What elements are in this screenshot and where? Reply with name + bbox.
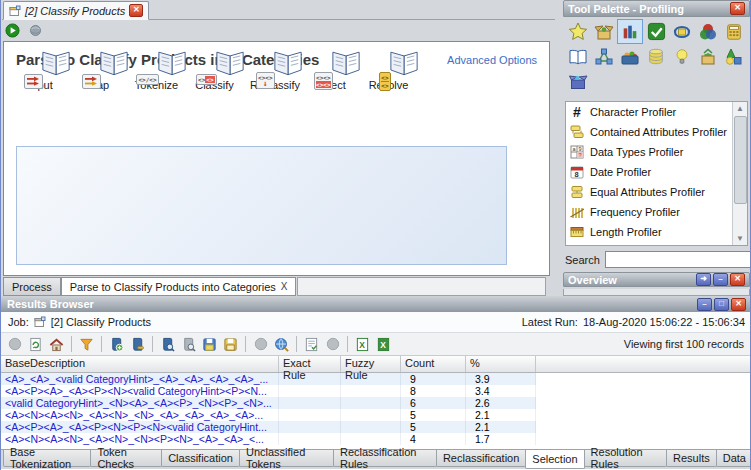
tab-process[interactable]: Process xyxy=(3,277,61,296)
list-item-equal-attributes-profiler[interactable]: Equal Attributes Profiler xyxy=(566,182,747,202)
network-icon[interactable] xyxy=(591,44,617,69)
checkbox-icon[interactable] xyxy=(643,19,669,44)
viewing-note: Viewing first 100 records xyxy=(624,338,748,350)
column-header-exact-rule[interactable]: Exact Rule xyxy=(279,356,341,372)
list-item-length-profiler[interactable]: Length Profiler xyxy=(566,222,747,242)
run-button[interactable] xyxy=(5,23,20,38)
list-item-partial[interactable] xyxy=(566,242,747,246)
scroll-down-icon[interactable]: ▼ xyxy=(733,232,747,245)
close-icon[interactable]: ✕ xyxy=(731,298,746,311)
tool-palette-grid xyxy=(565,17,748,94)
tab-reclassification-rules[interactable]: Reclassification Rules xyxy=(333,450,437,467)
disabled-circle-icon[interactable] xyxy=(251,335,270,354)
empty-tab-strip xyxy=(297,277,546,296)
step-select[interactable]: <><><><> Select xyxy=(308,76,353,91)
open-book-icon[interactable] xyxy=(565,44,591,69)
table-row[interactable]: <A><N><A><N>_<A><N>_<N><P><N>_<A>_<A>_<.… xyxy=(1,433,536,445)
overview-titlebar: Overview ➜ – ✕ xyxy=(563,272,750,287)
close-icon[interactable]: ✕ xyxy=(730,2,745,15)
step-tokenize[interactable]: <>/<> Tokenize xyxy=(134,76,179,91)
search-document-gray-icon[interactable] xyxy=(179,335,198,354)
tab-base-tokenization[interactable]: Base Tokenization xyxy=(3,450,91,467)
list-item-data-types-profiler[interactable]: a9? Data Types Profiler xyxy=(566,142,747,162)
calendar-icon: 8 xyxy=(570,165,584,179)
calculator-icon[interactable] xyxy=(721,19,747,44)
job-window-icon xyxy=(9,5,21,17)
close-icon[interactable]: ✕ xyxy=(730,273,745,286)
open-box-icon[interactable] xyxy=(591,19,617,44)
scroll-up-icon[interactable]: ▲ xyxy=(733,102,747,115)
advanced-options-link[interactable]: Advanced Options xyxy=(447,54,537,66)
column-header-count[interactable]: Count xyxy=(401,356,466,372)
search-result-icon[interactable] xyxy=(158,335,177,354)
maximize-icon[interactable]: □ xyxy=(714,298,729,311)
tab-label: [2] Classify Products xyxy=(25,5,125,17)
table-row[interactable]: <A><P><A>_<A><P><N><P><N><valid Category… xyxy=(1,421,536,433)
equal-boxes-icon xyxy=(570,185,584,199)
shapes-icon[interactable] xyxy=(721,44,747,69)
step-resolve[interactable]: <><> Resolve xyxy=(366,76,411,91)
tab-token-checks[interactable]: Token Checks xyxy=(90,450,162,467)
tab-data[interactable]: Data xyxy=(716,450,751,467)
pin-icon[interactable]: ➜ xyxy=(696,273,711,286)
blue-box-icon[interactable] xyxy=(565,69,591,94)
tab-resolution-rules[interactable]: Resolution Rules xyxy=(584,450,667,467)
save-as-icon[interactable] xyxy=(221,335,240,354)
disabled-circle-icon[interactable] xyxy=(5,335,24,354)
list-item-contained-attributes-profiler[interactable]: Contained Attributes Profiler xyxy=(566,122,747,142)
list-item-frequency-profiler[interactable]: Frequency Profiler xyxy=(566,202,747,222)
table-row[interactable]: <valid CategoryHint>_<N><A>_<A><P>_<N><P… xyxy=(1,397,536,409)
excel-export-icon[interactable]: X xyxy=(353,335,372,354)
column-header-pct[interactable]: % xyxy=(466,356,536,372)
close-icon[interactable]: ✕ xyxy=(129,4,143,17)
tab-parse-to-classify[interactable]: Parse to Classify Products into Categori… xyxy=(61,277,297,296)
report-form-icon[interactable] xyxy=(302,335,321,354)
disabled-circle-icon[interactable] xyxy=(323,335,342,354)
step-input[interactable]: Input xyxy=(18,76,63,91)
tool-palette-panel: Tool Palette - Profiling ✕ # Character P… xyxy=(563,0,750,296)
minimize-icon[interactable]: – xyxy=(713,273,728,286)
box-recycle-icon[interactable] xyxy=(695,44,721,69)
bar-chart-icon[interactable] xyxy=(617,19,643,44)
profiler-list-scrollbar[interactable]: ▲ ▼ xyxy=(732,102,747,245)
column-header-fuzzy-rule[interactable]: Fuzzy Rule xyxy=(341,356,401,372)
job-row: Job: [2] Classify Products Latest Run: 1… xyxy=(1,312,751,333)
table-row[interactable]: <A><P><A>_<A><P><N><valid CategoryHint><… xyxy=(1,385,536,397)
flow-diagram-area[interactable] xyxy=(16,146,507,265)
column-header-basedescription[interactable]: BaseDescription xyxy=(1,356,279,372)
database-icon[interactable] xyxy=(643,44,669,69)
add-result-icon[interactable] xyxy=(107,335,126,354)
list-item-date-profiler[interactable]: 8 Date Profiler xyxy=(566,162,747,182)
tab-classification[interactable]: Classification xyxy=(161,450,240,467)
minimize-icon[interactable]: – xyxy=(697,298,712,311)
tab-selection[interactable]: Selection xyxy=(525,450,584,469)
sphere-icon[interactable] xyxy=(29,24,42,37)
loop-icon[interactable] xyxy=(669,19,695,44)
list-item-character-profiler[interactable]: # Character Profiler xyxy=(566,102,747,122)
tab-close-x[interactable]: X xyxy=(281,281,288,292)
table-row[interactable]: <A>_<A>_<valid CategoryHint>_<A>_<A>_<A>… xyxy=(1,373,536,385)
step-reclassify[interactable]: <><>↓ Reclassify xyxy=(250,76,295,91)
step-map[interactable]: Map xyxy=(76,76,121,91)
toolbox-icon[interactable] xyxy=(617,44,643,69)
table-row[interactable]: <A><N><A><N>_<A><N>_<N>_<A>_<A>_<A>_<A>.… xyxy=(1,409,536,421)
save-icon[interactable] xyxy=(200,335,219,354)
web-search-icon[interactable] xyxy=(272,335,291,354)
tab-reclassification[interactable]: Reclassification xyxy=(436,450,526,467)
color-circles-icon[interactable] xyxy=(695,19,721,44)
excel-export-green-icon[interactable]: X xyxy=(374,335,393,354)
profiler-list: # Character Profiler Contained Attribute… xyxy=(565,101,748,246)
tab-results[interactable]: Results xyxy=(666,450,717,467)
star-icon[interactable] xyxy=(565,19,591,44)
step-classify[interactable]: <><> Classify xyxy=(192,76,237,91)
home-icon[interactable] xyxy=(47,335,66,354)
refresh-document-icon[interactable] xyxy=(26,335,45,354)
remove-result-icon[interactable] xyxy=(128,335,147,354)
tab-classify-products[interactable]: [2] Classify Products ✕ xyxy=(3,1,149,20)
search-input[interactable] xyxy=(605,251,751,268)
latest-run-value: 18-Aug-2020 15:06:22 - 15:06:34 xyxy=(583,316,745,328)
tab-unclassified-tokens[interactable]: Unclassified Tokens xyxy=(239,450,334,467)
scrollbar-thumb[interactable] xyxy=(734,116,747,204)
lightbulb-icon[interactable] xyxy=(669,44,695,69)
filter-funnel-icon[interactable] xyxy=(77,335,96,354)
